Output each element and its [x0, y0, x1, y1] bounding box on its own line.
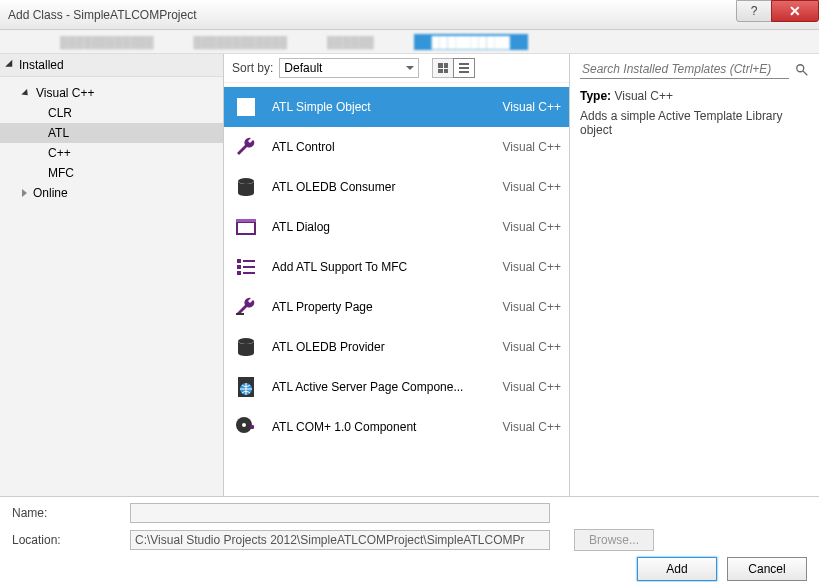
window-title: Add Class - SimpleATLCOMProject [8, 8, 737, 22]
template-lang: Visual C++ [487, 180, 561, 194]
template-item[interactable]: ATL OLEDB ProviderVisual C++ [224, 327, 569, 367]
detail-description: Adds a simple Active Template Library ob… [580, 109, 809, 137]
close-button[interactable]: ✕ [771, 0, 819, 22]
template-lang: Visual C++ [487, 340, 561, 354]
tree-node-atl[interactable]: ATL [0, 123, 223, 143]
background-tabs: ████████████████████████████████████████ [0, 30, 819, 54]
square-icon [232, 93, 260, 121]
template-lang: Visual C++ [487, 260, 561, 274]
template-item[interactable]: ATL OLEDB ConsumerVisual C++ [224, 167, 569, 207]
search-input[interactable] [580, 60, 789, 79]
svg-point-2 [238, 178, 254, 184]
template-lang: Visual C++ [487, 100, 561, 114]
template-name: ATL Dialog [272, 220, 475, 234]
db2-icon [232, 333, 260, 361]
browse-button[interactable]: Browse... [574, 529, 654, 551]
template-name: ATL OLEDB Provider [272, 340, 475, 354]
sortby-label: Sort by: [232, 61, 273, 75]
plus-icon [232, 413, 260, 441]
svg-line-19 [803, 70, 807, 74]
template-lang: Visual C++ [487, 300, 561, 314]
template-name: ATL Simple Object [272, 100, 475, 114]
dialog-icon [232, 213, 260, 241]
template-name: ATL Control [272, 140, 475, 154]
titlebar: Add Class - SimpleATLCOMProject ? ✕ [0, 0, 819, 30]
chevron-down-icon [406, 66, 414, 70]
svg-rect-7 [243, 260, 255, 262]
globe-icon [232, 373, 260, 401]
template-list: ATL Simple ObjectVisual C++ATL ControlVi… [224, 83, 569, 496]
svg-rect-6 [237, 259, 241, 263]
tree-header-installed[interactable]: Installed [0, 54, 223, 77]
template-item[interactable]: Add ATL Support To MFCVisual C++ [224, 247, 569, 287]
template-name: ATL OLEDB Consumer [272, 180, 475, 194]
tree-label: Visual C++ [36, 86, 94, 100]
prop-icon [232, 293, 260, 321]
tree-node-mfc[interactable]: MFC [0, 163, 223, 183]
list-icon [459, 63, 469, 73]
svg-rect-11 [243, 272, 255, 274]
add-button[interactable]: Add [637, 557, 717, 581]
wrench-icon [232, 133, 260, 161]
cancel-button[interactable]: Cancel [727, 557, 807, 581]
svg-rect-10 [237, 271, 241, 275]
tree-label: Online [33, 186, 68, 200]
tree-node-clr[interactable]: CLR [0, 103, 223, 123]
sortby-value: Default [284, 61, 322, 75]
svg-rect-8 [237, 265, 241, 269]
location-label: Location: [12, 533, 120, 547]
tree-node-online[interactable]: Online [0, 183, 223, 203]
template-item[interactable]: ATL ControlVisual C++ [224, 127, 569, 167]
template-item[interactable]: ATL COM+ 1.0 ComponentVisual C++ [224, 407, 569, 447]
detail-pane: Type: Visual C++ Adds a simple Active Te… [569, 54, 819, 496]
db-icon [232, 173, 260, 201]
template-item[interactable]: ATL Active Server Page Compone...Visual … [224, 367, 569, 407]
detail-type-row: Type: Visual C++ [580, 89, 809, 103]
template-name: ATL COM+ 1.0 Component [272, 420, 475, 434]
search-icon[interactable] [795, 63, 809, 77]
name-label: Name: [12, 506, 120, 520]
chevron-right-icon [22, 189, 27, 197]
svg-rect-5 [236, 219, 256, 222]
tree-header-label: Installed [19, 58, 64, 72]
template-name: Add ATL Support To MFC [272, 260, 475, 274]
template-lang: Visual C++ [487, 420, 561, 434]
svg-rect-4 [238, 223, 254, 233]
chevron-down-icon [21, 88, 30, 97]
svg-point-17 [242, 423, 246, 427]
bottom-form: Name: Location: Browse... Add Cancel [0, 496, 819, 582]
template-item[interactable]: ATL Simple ObjectVisual C++ [224, 87, 569, 127]
chevron-down-icon [5, 60, 16, 71]
help-button[interactable]: ? [736, 0, 772, 22]
tree-node-cpp[interactable]: C++ [0, 143, 223, 163]
view-grid-button[interactable] [432, 58, 454, 78]
list-icon [232, 253, 260, 281]
tree-node-visual-cpp[interactable]: Visual C++ [0, 83, 223, 103]
name-input[interactable] [130, 503, 550, 523]
template-list-pane: Sort by: Default ATL Simple ObjectVisual… [224, 54, 569, 496]
svg-point-18 [797, 64, 804, 71]
svg-point-13 [238, 338, 254, 344]
view-list-button[interactable] [453, 58, 475, 78]
grid-icon [438, 63, 448, 73]
template-lang: Visual C++ [487, 380, 561, 394]
svg-rect-9 [243, 266, 255, 268]
template-name: ATL Property Page [272, 300, 475, 314]
template-lang: Visual C++ [487, 220, 561, 234]
location-input[interactable] [130, 530, 550, 550]
left-tree-pane: Installed Visual C++ CLR ATL C++ MFC Onl… [0, 54, 224, 496]
template-item[interactable]: ATL Property PageVisual C++ [224, 287, 569, 327]
svg-rect-12 [236, 313, 244, 315]
template-name: ATL Active Server Page Compone... [272, 380, 475, 394]
template-item[interactable]: ATL DialogVisual C++ [224, 207, 569, 247]
sortby-dropdown[interactable]: Default [279, 58, 419, 78]
template-lang: Visual C++ [487, 140, 561, 154]
